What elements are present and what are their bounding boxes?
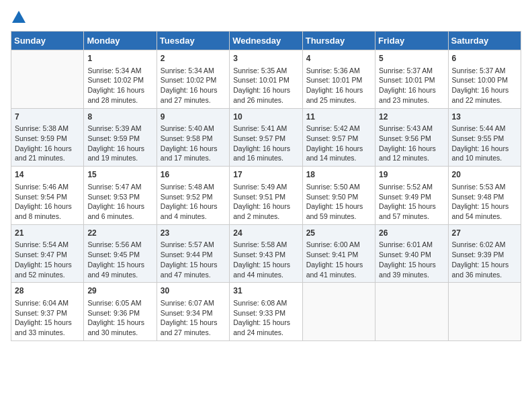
day-number: 19 [379, 169, 444, 181]
calendar-week-row: 14Sunrise: 5:46 AMSunset: 9:54 PMDayligh… [11, 167, 521, 225]
calendar-cell: 10Sunrise: 5:41 AMSunset: 9:57 PMDayligh… [230, 108, 302, 167]
calendar-cell: 15Sunrise: 5:47 AMSunset: 9:53 PMDayligh… [84, 167, 157, 225]
day-number: 31 [233, 285, 298, 297]
day-number: 18 [306, 169, 371, 181]
calendar-cell [375, 283, 448, 341]
calendar-cell: 4Sunrise: 5:36 AMSunset: 10:01 PMDayligh… [302, 50, 375, 109]
day-number: 25 [306, 228, 371, 239]
day-info: Sunrise: 5:53 AMSunset: 9:48 PMDaylight:… [452, 182, 517, 222]
calendar-header-row: SundayMondayTuesdayWednesdayThursdayFrid… [11, 32, 521, 50]
day-info: Sunrise: 5:52 AMSunset: 9:49 PMDaylight:… [379, 182, 444, 222]
day-info: Sunrise: 6:00 AMSunset: 9:41 PMDaylight:… [306, 240, 371, 279]
calendar-cell: 3Sunrise: 5:35 AMSunset: 10:01 PMDayligh… [230, 50, 302, 109]
day-number: 27 [452, 228, 517, 239]
calendar-cell: 26Sunrise: 6:01 AMSunset: 9:40 PMDayligh… [375, 224, 448, 283]
logo [11, 11, 26, 24]
logo-triangle-icon [12, 11, 26, 23]
calendar-cell: 16Sunrise: 5:48 AMSunset: 9:52 PMDayligh… [157, 167, 229, 225]
day-number: 15 [87, 169, 152, 181]
day-info: Sunrise: 6:05 AMSunset: 9:36 PMDaylight:… [87, 298, 152, 338]
calendar-cell: 2Sunrise: 5:34 AMSunset: 10:02 PMDayligh… [157, 50, 229, 109]
day-number: 23 [161, 228, 226, 239]
calendar-cell [11, 50, 84, 109]
day-number: 26 [379, 228, 444, 239]
calendar-cell: 20Sunrise: 5:53 AMSunset: 9:48 PMDayligh… [448, 167, 521, 225]
day-number: 16 [161, 169, 226, 181]
day-number: 4 [306, 53, 371, 64]
calendar-cell: 6Sunrise: 5:37 AMSunset: 10:00 PMDayligh… [448, 50, 521, 109]
day-number: 7 [15, 111, 80, 123]
day-info: Sunrise: 6:01 AMSunset: 9:40 PMDaylight:… [379, 240, 444, 279]
calendar-cell: 31Sunrise: 6:08 AMSunset: 9:33 PMDayligh… [230, 283, 302, 341]
day-number: 29 [87, 285, 152, 297]
calendar-cell: 28Sunrise: 6:04 AMSunset: 9:37 PMDayligh… [11, 283, 84, 341]
day-number: 2 [161, 53, 226, 64]
calendar-cell: 23Sunrise: 5:57 AMSunset: 9:44 PMDayligh… [157, 224, 229, 283]
calendar-day-header: Tuesday [157, 32, 229, 50]
calendar-cell: 22Sunrise: 5:56 AMSunset: 9:45 PMDayligh… [84, 224, 157, 283]
day-info: Sunrise: 5:54 AMSunset: 9:47 PMDaylight:… [15, 240, 80, 279]
day-number: 14 [15, 169, 80, 181]
day-info: Sunrise: 5:44 AMSunset: 9:55 PMDaylight:… [452, 124, 517, 163]
day-info: Sunrise: 5:40 AMSunset: 9:58 PMDaylight:… [161, 124, 226, 163]
day-info: Sunrise: 5:56 AMSunset: 9:45 PMDaylight:… [87, 240, 152, 279]
day-number: 10 [233, 111, 298, 123]
calendar-week-row: 28Sunrise: 6:04 AMSunset: 9:37 PMDayligh… [11, 283, 521, 341]
day-number: 17 [233, 169, 298, 181]
day-info: Sunrise: 5:38 AMSunset: 9:59 PMDaylight:… [15, 124, 80, 163]
day-info: Sunrise: 5:46 AMSunset: 9:54 PMDaylight:… [15, 182, 80, 222]
calendar-cell [448, 283, 521, 341]
page-header [11, 11, 521, 24]
calendar-cell: 24Sunrise: 5:58 AMSunset: 9:43 PMDayligh… [230, 224, 302, 283]
day-info: Sunrise: 5:49 AMSunset: 9:51 PMDaylight:… [233, 182, 298, 222]
day-info: Sunrise: 5:42 AMSunset: 9:57 PMDaylight:… [306, 124, 371, 163]
day-info: Sunrise: 5:34 AMSunset: 10:02 PMDaylight… [161, 66, 226, 105]
day-info: Sunrise: 5:50 AMSunset: 9:50 PMDaylight:… [306, 182, 371, 222]
calendar-cell: 29Sunrise: 6:05 AMSunset: 9:36 PMDayligh… [84, 283, 157, 341]
calendar-cell: 25Sunrise: 6:00 AMSunset: 9:41 PMDayligh… [302, 224, 375, 283]
day-number: 20 [452, 169, 517, 181]
day-number: 12 [379, 111, 444, 123]
calendar-week-row: 21Sunrise: 5:54 AMSunset: 9:47 PMDayligh… [11, 224, 521, 283]
calendar-week-row: 7Sunrise: 5:38 AMSunset: 9:59 PMDaylight… [11, 108, 521, 167]
day-info: Sunrise: 6:07 AMSunset: 9:34 PMDaylight:… [161, 298, 226, 338]
day-info: Sunrise: 6:08 AMSunset: 9:33 PMDaylight:… [233, 298, 298, 338]
calendar-cell: 27Sunrise: 6:02 AMSunset: 9:39 PMDayligh… [448, 224, 521, 283]
calendar-cell: 14Sunrise: 5:46 AMSunset: 9:54 PMDayligh… [11, 167, 84, 225]
day-info: Sunrise: 5:37 AMSunset: 10:00 PMDaylight… [452, 66, 517, 105]
calendar-day-header: Sunday [11, 32, 84, 50]
calendar-table: SundayMondayTuesdayWednesdayThursdayFrid… [11, 31, 521, 341]
calendar-cell: 30Sunrise: 6:07 AMSunset: 9:34 PMDayligh… [157, 283, 229, 341]
day-number: 30 [161, 285, 226, 297]
calendar-week-row: 1Sunrise: 5:34 AMSunset: 10:02 PMDayligh… [11, 50, 521, 109]
day-number: 13 [452, 111, 517, 123]
day-info: Sunrise: 5:37 AMSunset: 10:01 PMDaylight… [379, 66, 444, 105]
calendar-day-header: Thursday [302, 32, 375, 50]
calendar-cell: 1Sunrise: 5:34 AMSunset: 10:02 PMDayligh… [84, 50, 157, 109]
calendar-day-header: Saturday [448, 32, 521, 50]
calendar-cell: 17Sunrise: 5:49 AMSunset: 9:51 PMDayligh… [230, 167, 302, 225]
calendar-cell: 11Sunrise: 5:42 AMSunset: 9:57 PMDayligh… [302, 108, 375, 167]
calendar-cell [302, 283, 375, 341]
day-number: 9 [161, 111, 226, 123]
calendar-day-header: Friday [375, 32, 448, 50]
day-info: Sunrise: 5:34 AMSunset: 10:02 PMDaylight… [87, 66, 152, 105]
calendar-cell: 12Sunrise: 5:43 AMSunset: 9:56 PMDayligh… [375, 108, 448, 167]
calendar-cell: 18Sunrise: 5:50 AMSunset: 9:50 PMDayligh… [302, 167, 375, 225]
day-info: Sunrise: 5:48 AMSunset: 9:52 PMDaylight:… [161, 182, 226, 222]
day-info: Sunrise: 5:47 AMSunset: 9:53 PMDaylight:… [87, 182, 152, 222]
day-info: Sunrise: 5:41 AMSunset: 9:57 PMDaylight:… [233, 124, 298, 163]
day-number: 8 [87, 111, 152, 123]
calendar-cell: 8Sunrise: 5:39 AMSunset: 9:59 PMDaylight… [84, 108, 157, 167]
calendar-cell: 13Sunrise: 5:44 AMSunset: 9:55 PMDayligh… [448, 108, 521, 167]
calendar-day-header: Wednesday [230, 32, 302, 50]
day-info: Sunrise: 5:43 AMSunset: 9:56 PMDaylight:… [379, 124, 444, 163]
day-number: 24 [233, 228, 298, 239]
day-number: 5 [379, 53, 444, 64]
day-number: 28 [15, 285, 80, 297]
day-number: 3 [233, 53, 298, 64]
calendar-cell: 9Sunrise: 5:40 AMSunset: 9:58 PMDaylight… [157, 108, 229, 167]
day-number: 22 [87, 228, 152, 239]
calendar-cell: 5Sunrise: 5:37 AMSunset: 10:01 PMDayligh… [375, 50, 448, 109]
day-info: Sunrise: 5:39 AMSunset: 9:59 PMDaylight:… [87, 124, 152, 163]
